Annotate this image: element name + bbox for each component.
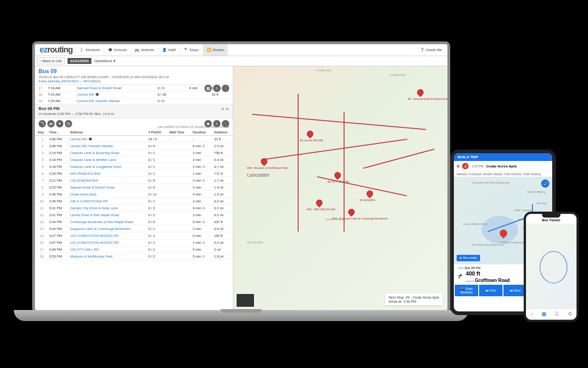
stop-name: Cedar Acres Apts — [486, 164, 517, 168]
table-row[interactable]: 43:16 PMChaucer Lane & Whittier Lane0 / … — [35, 156, 233, 163]
table-row[interactable]: 153:47 PM129 CONESTOGA WOODS RD0 / 10 mi… — [35, 232, 233, 239]
nav-vehicles[interactable]: 🚌Vehicles — [130, 44, 158, 56]
table-row[interactable]: 13:00 PMLincoln MS 🎓24 / 0--32 ft — [35, 136, 233, 143]
sub-toolbar: ‹Back to List 01/31/2024 Operations▾ — [35, 56, 447, 66]
bus-schedule: Every weekday (08/15/2023 — 05/13/2024) — [39, 80, 229, 83]
map-pin-10[interactable] — [315, 198, 324, 207]
table-row[interactable]: 63:20 PM204 FRANCES AVE0 / 11 min771 ft — [35, 170, 233, 177]
voice-button[interactable]: 🔊 — [541, 179, 549, 188]
nav-routes[interactable]: 🔀Routes — [203, 44, 228, 56]
area-engleside: ENGLESIDE — [247, 241, 263, 244]
stop-time: 3:19 PM — [471, 165, 483, 168]
tablet-header: RUN A TRIP — [454, 153, 552, 161]
phone-map[interactable] — [526, 224, 577, 309]
back-to-list-button[interactable]: ‹Back to List — [37, 58, 65, 64]
visibility-toggle[interactable]: 👁 👁 — [221, 107, 229, 111]
map-pin-8[interactable] — [416, 88, 425, 97]
prev-button[interactable]: ⏮ Prev — [479, 285, 503, 296]
laptop-frame: ezrouting 🚶Students 🎓Schools 🚌Vehicles 👤… — [32, 41, 450, 313]
col-dur[interactable]: Duration — [190, 129, 212, 136]
table-row[interactable]: 123:41 PMLandis Drive & Red Maple Road0 … — [35, 212, 233, 218]
tool-reverse[interactable]: ⇄ — [47, 120, 55, 127]
tool-optimize[interactable]: ✦ — [56, 120, 63, 127]
satellite-toggle[interactable] — [236, 293, 254, 307]
col-pudo[interactable]: # PU/DO — [146, 129, 167, 136]
table-row[interactable]: 163:47 PM132 CONESTOGA WOODS RD0 / 11 mi… — [35, 239, 233, 246]
scan-students-button[interactable]: 📷 Scan Students — [455, 285, 478, 296]
table-row[interactable]: 133:44 PMConestoga Boulevard & Red Maple… — [35, 218, 233, 225]
pin-label-14: #14 - Dogwood Lane & Conestoga Boulevard — [332, 217, 388, 220]
table-row[interactable]: 143:44 PMDogwood Lane & Conestoga Boulev… — [35, 225, 233, 232]
table-row[interactable]: 23:08 PMLincoln MS Transfer transfer0 / … — [35, 143, 233, 150]
tool-sim[interactable]: 〽 — [39, 120, 46, 127]
col-seq[interactable]: Seq — [35, 129, 46, 136]
table-row[interactable]: 183:53 PMMuseum of Art/Musser Park0 / 25… — [35, 253, 233, 260]
city-label: Lancaster — [247, 172, 269, 178]
table-row[interactable]: 103:39 PM148 S CONESTOGA DR0 / 12 min0.2… — [35, 198, 233, 205]
turn-icon: ↱ — [458, 273, 463, 280]
table-row[interactable]: 173:48 PM145 CITY MILL RD0 / 15 min2 mi — [35, 246, 233, 253]
map-pin-4[interactable] — [365, 189, 374, 198]
table-row[interactable]: 113:41 PMGarden City Drive & Holly Lane0… — [35, 205, 233, 212]
help-icon: ❓ — [420, 48, 424, 52]
col-time[interactable]: Time ↓ — [46, 129, 68, 136]
map-pin-6[interactable] — [333, 171, 342, 180]
table-row[interactable]: 83:25 PMSamuel Road & Robert Road0 / 05 … — [35, 184, 233, 191]
guide-me[interactable]: ❓Guide Me — [416, 48, 446, 52]
list-icon[interactable]: ☰ — [554, 311, 559, 317]
pm-title: Bus 09 PM — [39, 106, 229, 111]
menu-icon[interactable]: ≡ — [457, 163, 459, 169]
stop-badge: 2 — [462, 163, 469, 169]
nav-stops[interactable]: 📍Stops — [179, 44, 202, 56]
recenter-button[interactable]: ⊕ Re-center — [457, 255, 480, 261]
more-button[interactable]: ⋮ — [222, 85, 229, 92]
phone-notch — [542, 214, 560, 218]
map-poi: Villa Mar — [537, 202, 546, 205]
calendar-button[interactable]: ▦ — [204, 85, 212, 92]
bus-icon: 🚌 — [135, 48, 139, 52]
pm-tool-row: 〽 ⇄ ✦ ◷ ■ + ⋮ Last updated by Buttons @ … — [35, 118, 233, 129]
table-row[interactable]: 53:18 PMChaucer Lane & Longfellow Drive0… — [35, 163, 233, 170]
grad-icon: 🎓 — [108, 48, 113, 52]
pin-label-6: #6 CITY MILL RD — [328, 180, 349, 183]
col-dist[interactable]: Distance — [211, 129, 233, 136]
route-details-panel: Bus 09 VEHICLE Bus 09 CAPACITY 100 WHEEL… — [35, 66, 233, 310]
phone-frame: Bus Tracker ⌂ ▦ ☰ ⚙ — [524, 212, 579, 322]
tool-time[interactable]: ◷ — [65, 120, 72, 127]
area-clearview: CLEARVIEW — [390, 74, 406, 76]
student-names: Maheen Cresswell, Ashwin Decker, Odin He… — [454, 172, 552, 177]
home-icon[interactable]: ⌂ — [530, 311, 533, 317]
add-button[interactable]: + — [213, 85, 220, 92]
laptop-notch — [220, 309, 262, 313]
app-logo: ezrouting — [37, 45, 75, 55]
toward-label: toward — [466, 280, 474, 282]
table-row[interactable]: 93:30 PMCedar Acres Apts0 / 119 min1.5 m… — [35, 191, 233, 198]
trip-label: TRIP — [458, 267, 464, 270]
table-row[interactable]: 33:14 PMChaucer Lane & Browning Road0 / … — [35, 150, 233, 156]
nav-students[interactable]: 🚶Students — [75, 44, 104, 56]
map-icon[interactable]: ▦ — [542, 311, 546, 317]
map-pin-1[interactable] — [305, 129, 315, 138]
map-pin-14[interactable] — [347, 207, 356, 217]
settings-icon[interactable]: ⚙ — [568, 311, 572, 317]
pm-summary: 24 students 3:00 PM — 3:58 PM 0h 58m, 14… — [39, 112, 229, 116]
table-row[interactable]: 187:24 AMLincoln MS 🎓0 / 2632 ft — [35, 92, 233, 98]
date-picker[interactable]: 01/31/2024 — [68, 58, 91, 64]
table-row[interactable]: 177:18 AMSamuel Road & Robert Road0 / 06… — [35, 85, 233, 92]
map-poi: McCaskey East High School — [472, 243, 504, 246]
plus-icon: + — [215, 86, 218, 91]
route-loop — [540, 251, 567, 283]
operations-menu[interactable]: Operations▾ — [94, 59, 115, 63]
col-addr[interactable]: Address — [67, 129, 146, 136]
nav-staff[interactable]: 👤Staff — [158, 44, 179, 56]
table-row[interactable]: 73:21 PM128 SUNDRA AVE0 / 04 min ⚠1.7 mi — [35, 177, 233, 184]
nav-schools[interactable]: 🎓Schools — [104, 44, 130, 56]
col-wait[interactable]: Wait Time — [167, 129, 190, 136]
more-icon: ⋮ — [224, 86, 228, 91]
table-row[interactable]: 197:25 AMLincoln MS Transfer transfer0 /… — [35, 98, 233, 104]
header-actions: ▦ + ⋮ — [204, 85, 229, 92]
pin-label-4: #4 SUNDRA — [360, 199, 375, 201]
phone-nav: ⌂ ▦ ☰ ⚙ — [526, 309, 577, 319]
map-panel[interactable]: Lancaster HOMELAND CLEARVIEW SUNNYSIDE E… — [233, 66, 447, 310]
pin-label-1: #1 Lincoln MS (24) — [300, 139, 323, 142]
